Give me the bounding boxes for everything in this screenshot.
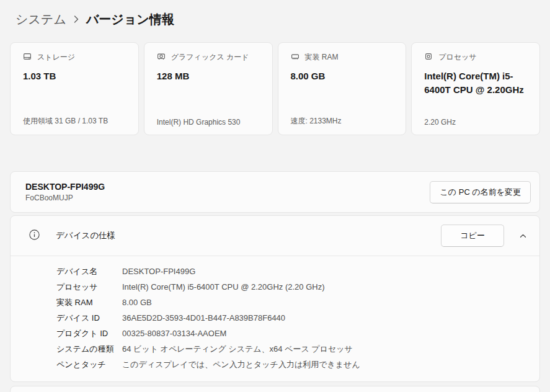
spec-row-system-type: システムの種類 64 ビット オペレーティング システム、x64 ベース プロセ… [56, 341, 527, 357]
chevron-right-icon [74, 16, 79, 23]
breadcrumb: システム バージョン情報 [10, 0, 540, 29]
card-label: グラフィックス カード [171, 52, 249, 63]
card-storage: ストレージ 1.03 TB 使用領域 31 GB / 1.03 TB [10, 42, 139, 135]
device-name: DESKTOP-FPI499G [25, 182, 105, 192]
breadcrumb-system[interactable]: システム [16, 11, 66, 28]
card-label: 実装 RAM [305, 52, 339, 63]
storage-icon [23, 52, 32, 63]
card-detail: 2.20 GHz [424, 118, 531, 127]
device-specs-title: デバイスの仕様 [56, 230, 115, 241]
rename-pc-button[interactable]: この PC の名前を変更 [430, 181, 531, 203]
card-processor: プロセッサ Intel(R) Core(TM) i5-6400T CPU @ 2… [411, 42, 540, 135]
info-icon [29, 229, 40, 243]
ram-icon [291, 52, 299, 63]
device-name-card: DESKTOP-FPI499G FoCBooMUJP この PC の名前を変更 [10, 171, 540, 213]
device-specs-header[interactable]: デバイスの仕様 コピー [11, 216, 539, 256]
device-serial: FoCBooMUJP [25, 194, 105, 202]
device-specs-card: デバイスの仕様 コピー デバイス名 DESKTOP-FPI499G プロセッサ … [10, 215, 540, 382]
device-specs-body: デバイス名 DESKTOP-FPI499G プロセッサ Intel(R) Cor… [11, 256, 539, 381]
card-value: 1.03 TB [23, 69, 130, 83]
spec-row-processor: プロセッサ Intel(R) Core(TM) i5-6400T CPU @ 2… [56, 279, 527, 295]
next-section-card[interactable] [10, 386, 540, 392]
card-label: ストレージ [37, 52, 75, 63]
card-graphics: グラフィックス カード 128 MB Intel(R) HD Graphics … [144, 42, 273, 135]
page-title: バージョン情報 [86, 11, 174, 28]
card-value: 8.00 GB [291, 69, 397, 83]
card-label: プロセッサ [438, 52, 476, 63]
summary-cards: ストレージ 1.03 TB 使用領域 31 GB / 1.03 TB グラフィッ… [10, 42, 540, 135]
spec-row-ram: 実装 RAM 8.00 GB [56, 295, 527, 310]
copy-button[interactable]: コピー [441, 225, 504, 247]
device-identity: DESKTOP-FPI499G FoCBooMUJP [25, 182, 105, 202]
card-detail: 速度: 2133MHz [291, 116, 397, 127]
card-value: Intel(R) Core(TM) i5-6400T CPU @ 2.20GHz [424, 69, 531, 97]
processor-icon [424, 52, 433, 63]
spec-row-device-name: デバイス名 DESKTOP-FPI499G [56, 264, 527, 279]
graphics-card-icon [157, 52, 166, 63]
card-ram: 実装 RAM 8.00 GB 速度: 2133MHz [278, 42, 407, 135]
spec-row-product-id: プロダクト ID 00325-80837-03134-AAOEM [56, 326, 527, 341]
chevron-up-icon[interactable] [519, 232, 527, 240]
card-value: 128 MB [157, 69, 264, 83]
card-detail: 使用領域 31 GB / 1.03 TB [23, 116, 130, 127]
about-settings-page: システム バージョン情報 ストレージ 1.03 TB 使用領域 31 GB / … [0, 0, 550, 392]
card-detail: Intel(R) HD Graphics 530 [157, 118, 264, 127]
spec-row-device-id: デバイス ID 36AE5D2D-3593-4D01-B447-A839B78F… [56, 310, 527, 326]
spec-row-pen-touch: ペンとタッチ このディスプレイでは、ペン入力とタッチ入力は利用できません [56, 357, 527, 372]
